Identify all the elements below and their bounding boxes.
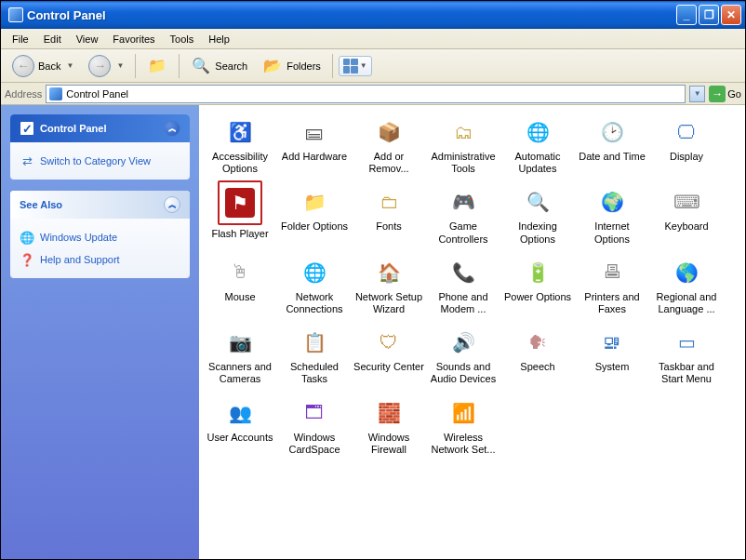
cp-item-accessibility-options[interactable]: ♿Accessibility Options (203, 113, 277, 179)
address-bar: Address Control Panel ▼ → Go (1, 83, 745, 105)
cp-item-folder-options[interactable]: 📁Folder Options (277, 182, 352, 248)
forward-button[interactable]: → ▼ (83, 53, 129, 79)
cp-item-label: Add Hardware (282, 151, 347, 163)
cp-item-icon: 🖵 (671, 116, 702, 148)
cp-item-add-or-remov[interactable]: 📦Add or Remov... (352, 113, 426, 179)
menu-view[interactable]: View (69, 32, 106, 47)
switch-category-view-link[interactable]: ⇄ Switch to Category View (20, 150, 180, 172)
windows-update-link[interactable]: 🌐 Windows Update (20, 226, 180, 248)
cp-item-label: Flash Player (211, 228, 268, 240)
cp-item-label: Add or Remov... (353, 151, 424, 175)
cp-item-system[interactable]: 🖳System (575, 323, 649, 389)
cp-item-icon: 🗔 (299, 397, 330, 429)
cp-item-icon: 🎮 (447, 186, 479, 218)
window-icon (8, 7, 23, 22)
cp-item-game-controllers[interactable]: 🎮Game Controllers (426, 182, 500, 248)
cp-item-security-center[interactable]: 🛡Security Center (352, 323, 426, 389)
help-icon: ❓ (20, 252, 34, 267)
cp-item-indexing-options[interactable]: 🔍Indexing Options (500, 182, 575, 248)
cp-item-label: Date and Time (579, 151, 646, 163)
search-button[interactable]: 🔍 Search (185, 54, 253, 78)
cp-item-network-setup-wizard[interactable]: 🏠Network Setup Wizard (352, 253, 426, 319)
cp-item-label: Display (670, 151, 703, 163)
toolbar-separator (179, 54, 180, 78)
cp-item-icon: 📷 (224, 327, 256, 358)
back-dropdown-icon: ▼ (66, 61, 73, 70)
cp-item-label: Scanners and Cameras (205, 361, 275, 385)
cp-item-automatic-updates[interactable]: 🌐Automatic Updates (500, 113, 575, 179)
see-also-panel: See Also ︽ 🌐 Windows Update ❓ Help and S… (10, 191, 190, 278)
cp-item-icon: 🕑 (596, 116, 628, 148)
cp-item-label: Speech (520, 361, 554, 373)
cp-item-label: Keyboard (664, 220, 708, 233)
cp-item-scanners-and-cameras[interactable]: 📷Scanners and Cameras (203, 323, 277, 389)
views-button[interactable]: ▼ (339, 56, 372, 76)
globe-icon: 🌐 (20, 230, 34, 245)
cp-item-speech[interactable]: 🗣Speech (500, 323, 575, 389)
menu-tools[interactable]: Tools (163, 32, 202, 47)
menu-file[interactable]: File (5, 32, 36, 47)
cp-item-label: Automatic Updates (502, 151, 573, 175)
panel-header-control-panel[interactable]: ✓ Control Panel ︽ (10, 114, 190, 142)
checkbox-icon: ✓ (20, 121, 34, 136)
toolbar-separator (332, 54, 333, 78)
title-bar: Control Panel _ ❐ ✕ (1, 1, 745, 29)
cp-item-wireless-network-set[interactable]: 📶Wireless Network Set... (426, 393, 500, 460)
cp-item-display[interactable]: 🖵Display (649, 113, 724, 179)
cp-item-printers-and-faxes[interactable]: 🖶Printers and Faxes (575, 253, 649, 319)
search-icon: 🔍 (191, 56, 211, 76)
cp-item-administrative-tools[interactable]: 🗂Administrative Tools (426, 113, 500, 179)
menu-favorites[interactable]: Favorites (105, 32, 162, 47)
panel-header-see-also[interactable]: See Also ︽ (10, 191, 190, 219)
cp-item-date-and-time[interactable]: 🕑Date and Time (575, 113, 649, 179)
address-input[interactable]: Control Panel (46, 85, 686, 103)
panel-title: Control Panel (40, 123, 107, 134)
cp-item-fonts[interactable]: 🗀Fonts (352, 182, 426, 248)
cp-item-power-options[interactable]: 🔋Power Options (500, 253, 575, 319)
cp-item-icon: 🌍 (596, 186, 628, 218)
up-button[interactable]: 📁 (141, 54, 173, 78)
menu-help[interactable]: Help (201, 32, 237, 47)
cp-item-sounds-and-audio-devices[interactable]: 🔊Sounds and Audio Devices (426, 323, 500, 389)
maximize-button[interactable]: ❐ (699, 5, 719, 25)
cp-item-label: Taskbar and Start Menu (651, 361, 722, 385)
cp-item-flash-player[interactable]: ⚑Flash Player (203, 182, 277, 248)
cp-item-label: System (595, 361, 630, 373)
cp-item-label: Regional and Language ... (651, 291, 722, 315)
cp-item-keyboard[interactable]: ⌨Keyboard (649, 182, 724, 248)
cp-item-label: Folder Options (281, 220, 348, 233)
cp-item-icon: 🌐 (299, 257, 330, 288)
cp-item-label: Game Controllers (428, 220, 499, 245)
back-button[interactable]: ← Back ▼ (7, 53, 79, 79)
cp-item-icon: 🗣 (522, 327, 553, 358)
search-label: Search (215, 60, 247, 72)
cp-item-label: Mouse (224, 291, 255, 303)
folder-up-icon: 📁 (147, 56, 167, 76)
cp-item-taskbar-and-start-menu[interactable]: ▭Taskbar and Start Menu (649, 323, 724, 389)
close-button[interactable]: ✕ (721, 5, 741, 25)
cp-item-windows-cardspace[interactable]: 🗔Windows CardSpace (277, 393, 352, 460)
folders-button[interactable]: 📂 Folders (257, 54, 326, 78)
cp-item-label: Internet Options (577, 220, 647, 245)
cp-item-internet-options[interactable]: 🌍Internet Options (575, 182, 649, 248)
icon-grid: ♿Accessibility Options🖴Add Hardware📦Add … (203, 113, 741, 460)
address-label: Address (5, 88, 42, 100)
minimize-button[interactable]: _ (676, 5, 697, 25)
cp-item-network-connections[interactable]: 🌐Network Connections (277, 253, 352, 319)
cp-item-phone-and-modem[interactable]: 📞Phone and Modem ... (426, 253, 500, 319)
cp-item-add-hardware[interactable]: 🖴Add Hardware (277, 113, 352, 179)
address-dropdown-button[interactable]: ▼ (689, 86, 705, 102)
help-and-support-link[interactable]: ❓ Help and Support (20, 248, 180, 271)
link-label: Switch to Category View (40, 155, 151, 167)
address-value: Control Panel (66, 88, 128, 100)
go-button[interactable]: → Go (709, 86, 741, 102)
cp-item-scheduled-tasks[interactable]: 📋Scheduled Tasks (277, 323, 352, 389)
sidebar: ✓ Control Panel ︽ ⇄ Switch to Category V… (1, 105, 199, 559)
cp-item-regional-and-language[interactable]: 🌎Regional and Language ... (649, 253, 724, 319)
cp-item-mouse[interactable]: 🖱Mouse (203, 253, 277, 319)
cp-item-windows-firewall[interactable]: 🧱Windows Firewall (352, 393, 426, 460)
cp-item-user-accounts[interactable]: 👥User Accounts (203, 393, 277, 460)
cp-item-icon: 🔍 (522, 186, 553, 218)
views-icon (343, 59, 358, 73)
menu-edit[interactable]: Edit (36, 32, 69, 47)
